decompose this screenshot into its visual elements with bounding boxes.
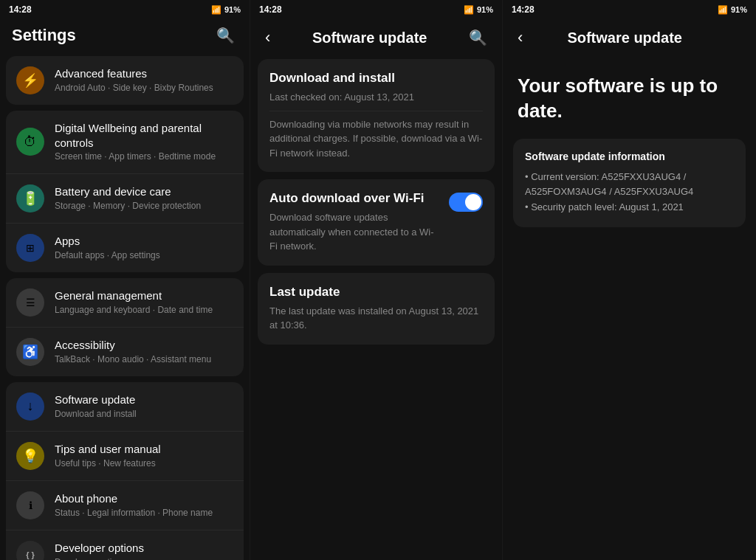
settings-item-accessibility[interactable]: ♿ Accessibility TalkBack · Mono audio · … <box>6 328 244 376</box>
settings-item-battery[interactable]: 🔋 Battery and device care Storage · Memo… <box>6 174 244 224</box>
middle-nav-bar: ‹ Software update 🔍 <box>250 18 502 59</box>
battery-text: 91% <box>224 5 241 14</box>
middle-status-right: 📶 91% <box>464 5 493 15</box>
digital-wellbeing-text: Digital Wellbeing and parental controls … <box>55 121 233 163</box>
settings-item-digital-wellbeing[interactable]: ⏱ Digital Wellbeing and parental control… <box>6 111 244 174</box>
about-phone-title: About phone <box>55 491 233 506</box>
left-time: 14:28 <box>9 4 32 15</box>
download-install-checked: Last checked on: August 13, 2021 <box>269 90 483 105</box>
settings-list: ⚡ Advanced features Android Auto · Side … <box>0 56 250 560</box>
card-software-group: ↓ Software update Download and install 💡… <box>6 382 244 560</box>
digital-wellbeing-subtitle: Screen time · App timers · Bedtime mode <box>55 151 233 163</box>
auto-download-title: Auto download over Wi-Fi <box>269 191 440 206</box>
developer-options-title: Developer options <box>55 541 233 556</box>
advanced-features-subtitle: Android Auto · Side key · Bixby Routines <box>55 83 233 94</box>
auto-download-toggle-row: Auto download over Wi-Fi Download softwa… <box>269 191 483 254</box>
apps-subtitle: Default apps · App settings <box>55 250 233 262</box>
up-to-date-message: Your software is up to date. <box>503 59 756 131</box>
general-management-icon: ☰ <box>16 288 44 317</box>
apps-icon: ⊞ <box>16 234 44 262</box>
tips-subtitle: Useful tips · New features <box>55 458 233 470</box>
left-status-bar: 14:28 📶 91% <box>0 0 250 18</box>
update-info-card: Software update information • Current ve… <box>513 139 746 227</box>
settings-title: Settings <box>12 26 76 45</box>
software-update-icon: ↓ <box>16 393 44 421</box>
settings-item-advanced-features[interactable]: ⚡ Advanced features Android Auto · Side … <box>6 56 244 105</box>
settings-title-bar: Settings 🔍 <box>0 18 250 56</box>
middle-signal-icon: 📶 <box>464 5 474 15</box>
signal-icon: 📶 <box>211 5 221 15</box>
accessibility-icon: ♿ <box>16 338 44 366</box>
right-status-bar: 14:28 📶 91% <box>503 0 756 18</box>
auto-download-card[interactable]: Auto download over Wi-Fi Download softwa… <box>258 179 495 266</box>
battery-subtitle: Storage · Memory · Device protection <box>55 201 233 212</box>
tips-title: Tips and user manual <box>55 442 233 457</box>
settings-item-about-phone[interactable]: ℹ About phone Status · Legal information… <box>6 481 244 530</box>
card-wellbeing-group: ⏱ Digital Wellbeing and parental control… <box>6 111 244 272</box>
update-status-panel: 14:28 📶 91% ‹ Software update Your softw… <box>502 0 756 560</box>
software-update-subtitle: Download and install <box>55 409 233 421</box>
right-nav-bar: ‹ Software update <box>503 18 756 59</box>
developer-options-subtitle: Developer options <box>55 557 233 560</box>
settings-item-developer-options[interactable]: { } Developer options Developer options <box>6 530 244 560</box>
about-phone-icon: ℹ <box>16 491 44 519</box>
auto-download-text: Auto download over Wi-Fi Download softwa… <box>269 191 449 254</box>
settings-item-tips[interactable]: 💡 Tips and user manual Useful tips · New… <box>6 432 244 481</box>
last-update-card[interactable]: Last update The last update was installe… <box>258 273 495 345</box>
auto-download-desc: Download software updates automatically … <box>269 210 440 254</box>
battery-title: Battery and device care <box>55 184 233 199</box>
download-install-card[interactable]: Download and install Last checked on: Au… <box>258 59 495 172</box>
accessibility-text: Accessibility TalkBack · Mono audio · As… <box>55 338 233 365</box>
advanced-features-title: Advanced features <box>55 66 233 81</box>
update-info-title: Software update information <box>525 151 734 162</box>
settings-item-apps[interactable]: ⊞ Apps Default apps · App settings <box>6 224 244 272</box>
software-update-title: Software update <box>55 393 233 407</box>
card-advanced: ⚡ Advanced features Android Auto · Side … <box>6 56 244 105</box>
left-status-right: 📶 91% <box>211 5 241 15</box>
last-update-title: Last update <box>269 285 483 300</box>
advanced-features-icon: ⚡ <box>16 66 44 94</box>
download-install-divider <box>269 111 483 111</box>
advanced-features-text: Advanced features Android Auto · Side ke… <box>55 66 233 94</box>
accessibility-subtitle: TalkBack · Mono audio · Assistant menu <box>55 354 233 366</box>
tips-text: Tips and user manual Useful tips · New f… <box>55 442 233 469</box>
general-management-title: General management <box>55 288 233 303</box>
settings-item-general-management[interactable]: ☰ General management Language and keyboa… <box>6 278 244 328</box>
tips-icon: 💡 <box>16 442 44 470</box>
battery-text-block: Battery and device care Storage · Memory… <box>55 184 233 212</box>
middle-battery: 91% <box>477 5 493 14</box>
accessibility-title: Accessibility <box>55 338 233 353</box>
software-update-text: Software update Download and install <box>55 393 233 420</box>
right-back-button[interactable]: ‹ <box>515 25 526 50</box>
card-general-group: ☰ General management Language and keyboa… <box>6 278 244 376</box>
settings-search-icon[interactable]: 🔍 <box>213 24 238 47</box>
right-battery: 91% <box>731 5 747 14</box>
middle-nav-title: Software update <box>312 30 427 46</box>
last-update-desc: The last update was installed on August … <box>269 304 483 333</box>
software-update-panel: 14:28 📶 91% ‹ Software update 🔍 Download… <box>250 0 502 560</box>
apps-text: Apps Default apps · App settings <box>55 234 233 261</box>
middle-search-icon[interactable]: 🔍 <box>466 26 490 49</box>
developer-options-text: Developer options Developer options <box>55 541 233 560</box>
download-install-desc: Downloading via mobile networks may resu… <box>269 117 483 161</box>
right-nav-title: Software update <box>567 30 682 46</box>
middle-back-button[interactable]: ‹ <box>262 25 273 50</box>
digital-wellbeing-title: Digital Wellbeing and parental controls <box>55 121 233 150</box>
right-time: 14:28 <box>512 4 535 15</box>
apps-title: Apps <box>55 234 233 249</box>
settings-panel: 14:28 📶 91% Settings 🔍 ⚡ Advanced featur… <box>0 0 250 560</box>
update-info-line-1: • Current version: A525FXXU3AUG4 / A525F… <box>525 170 734 215</box>
right-signal-icon: 📶 <box>718 5 728 15</box>
about-phone-subtitle: Status · Legal information · Phone name <box>55 508 233 519</box>
download-install-title: Download and install <box>269 71 483 86</box>
right-status-right: 📶 91% <box>718 5 747 15</box>
battery-icon: 🔋 <box>16 184 44 212</box>
middle-time: 14:28 <box>259 4 282 15</box>
general-management-text: General management Language and keyboard… <box>55 288 233 316</box>
auto-download-toggle[interactable] <box>449 193 483 212</box>
developer-options-icon: { } <box>16 541 44 560</box>
settings-item-software-update[interactable]: ↓ Software update Download and install <box>6 382 244 432</box>
about-phone-text: About phone Status · Legal information ·… <box>55 491 233 519</box>
middle-status-bar: 14:28 📶 91% <box>250 0 502 18</box>
digital-wellbeing-icon: ⏱ <box>16 128 44 156</box>
